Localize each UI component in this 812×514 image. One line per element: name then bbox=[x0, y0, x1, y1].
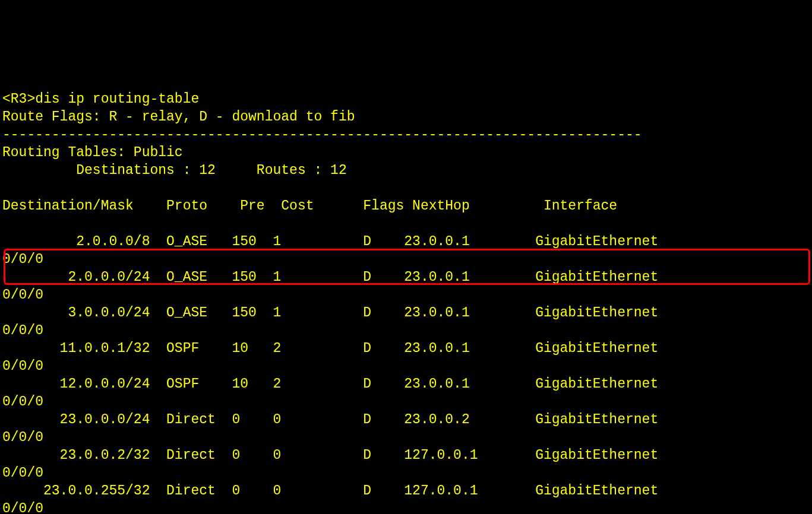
route-flags-line: Route Flags: R - relay, D - download to … bbox=[2, 109, 355, 125]
table-header-line: Routing Tables: Public bbox=[2, 145, 183, 160]
destinations-routes-line: Destinations : 12 Routes : 12 bbox=[2, 163, 347, 178]
routes-body: 2.0.0.0/8 O_ASE 150 1 D 23.0.0.1 Gigabit… bbox=[2, 234, 658, 514]
command-text: dis ip routing-table bbox=[35, 91, 199, 107]
blank-line bbox=[2, 216, 11, 231]
separator-line: ----------------------------------------… bbox=[2, 127, 642, 142]
terminal-output[interactable]: <R3>dis ip routing-table Route Flags: R … bbox=[2, 72, 810, 514]
prompt-prefix: <R3> bbox=[2, 91, 35, 107]
column-headers: Destination/Mask Proto Pre Cost Flags Ne… bbox=[2, 198, 617, 214]
blank-line bbox=[2, 180, 11, 196]
